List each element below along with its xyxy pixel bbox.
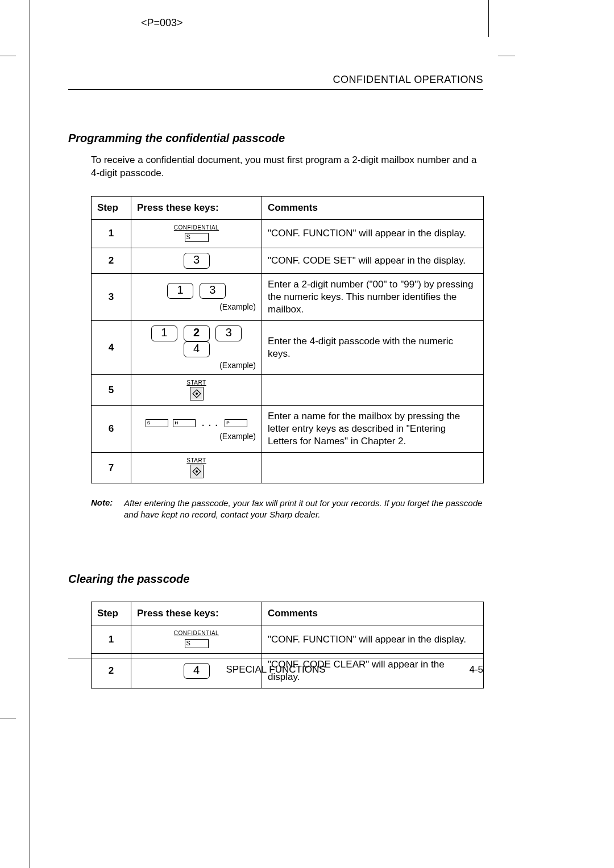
keys-cell: START <box>131 453 262 483</box>
step-number: 2 <box>92 248 131 273</box>
step-number: 7 <box>92 453 131 483</box>
numeric-key: 2 <box>184 326 210 341</box>
numeric-key: 1 <box>151 326 177 341</box>
keys-cell: 1 2 3 4 (Example) <box>131 321 262 375</box>
start-label: START <box>137 457 256 464</box>
col-keys: Press these keys: <box>131 196 262 219</box>
step-number: 6 <box>92 406 131 453</box>
example-label: (Example) <box>137 302 256 311</box>
comment-cell <box>262 375 484 406</box>
col-step: Step <box>92 602 131 625</box>
comment-cell: Enter a name for the mailbox by pressing… <box>262 406 484 453</box>
section1-table: Step Press these keys: Comments 1 CONFID… <box>91 196 484 484</box>
svg-point-3 <box>196 470 198 473</box>
crop-tick-bottom-left <box>0 719 16 719</box>
ellipsis: . . . <box>202 419 218 428</box>
letter-key: S <box>146 419 168 427</box>
numeric-key: 4 <box>184 341 210 357</box>
note-label: Note: <box>91 498 113 507</box>
step-number: 1 <box>92 219 131 248</box>
keys-cell: CONFIDENTIAL S <box>131 625 262 654</box>
comment-cell: "CONF. CODE SET" will appear in the disp… <box>262 248 484 273</box>
numeric-key: 3 <box>200 283 226 299</box>
step-number: 4 <box>92 321 131 375</box>
keys-cell: CONFIDENTIAL S <box>131 219 262 248</box>
comment-cell <box>262 453 484 483</box>
numeric-key: 3 <box>215 326 242 341</box>
note-block: Note: After entering the passcode, your … <box>91 497 483 520</box>
section2-title: Clearing the passcode <box>68 573 483 586</box>
table-row: 1 CONFIDENTIAL S "CONF. FUNCTION" will a… <box>92 625 484 654</box>
footer-center: SPECIAL FUNCTIONS <box>102 664 449 675</box>
crop-tick-right <box>498 56 515 56</box>
step-number: 5 <box>92 375 131 406</box>
col-comments: Comments <box>262 602 484 625</box>
comment-cell: "CONF. FUNCTION" will appear in the disp… <box>262 219 484 248</box>
table-row: 7 START <box>92 453 484 483</box>
section2-table: Step Press these keys: Comments 1 CONFID… <box>91 602 484 688</box>
crop-tick-top-left <box>0 56 16 56</box>
example-label: (Example) <box>137 361 256 370</box>
crop-mark-left <box>30 0 30 868</box>
table-row: 3 1 3 (Example) Enter a 2-digit number (… <box>92 273 484 320</box>
keys-cell: 1 3 (Example) <box>131 273 262 320</box>
keys-cell: START <box>131 375 262 406</box>
page-footer: SPECIAL FUNCTIONS 4-5 <box>68 658 483 675</box>
confidential-key: S <box>185 233 209 242</box>
keys-cell: 3 <box>131 248 262 273</box>
table-row: 2 3 "CONF. CODE SET" will appear in the … <box>92 248 484 273</box>
footer-page-number: 4-5 <box>449 664 483 675</box>
start-key-icon <box>190 387 204 400</box>
page-code: <P=003> <box>141 17 183 29</box>
svg-point-1 <box>196 393 198 395</box>
keys-cell: S H . . . P (Example) <box>131 406 262 453</box>
example-label: (Example) <box>137 432 256 441</box>
table-row: 1 CONFIDENTIAL S "CONF. FUNCTION" will a… <box>92 219 484 248</box>
confidential-label: CONFIDENTIAL <box>137 224 256 231</box>
table-row: 4 1 2 3 4 (Example) Enter the 4-digit pa… <box>92 321 484 375</box>
col-keys: Press these keys: <box>131 602 262 625</box>
comment-cell: Enter the 4-digit passcode with the nume… <box>262 321 484 375</box>
numeric-key: 3 <box>184 253 210 269</box>
confidential-label: CONFIDENTIAL <box>137 630 256 636</box>
col-step: Step <box>92 196 131 219</box>
start-key-icon <box>190 465 204 478</box>
note-body: After entering the passcode, your fax wi… <box>124 498 483 521</box>
section1-intro: To receive a confidential document, you … <box>91 154 483 180</box>
table-row: 5 START <box>92 375 484 406</box>
section1-title: Programming the confidential passcode <box>68 132 483 145</box>
numeric-key: 1 <box>167 283 193 299</box>
col-comments: Comments <box>262 196 484 219</box>
running-header: CONFIDENTIAL OPERATIONS <box>68 74 483 90</box>
confidential-key: S <box>185 639 209 648</box>
crop-mark-right <box>488 0 489 37</box>
letter-key: H <box>173 419 196 427</box>
start-label: START <box>137 379 256 386</box>
table-row: 6 S H . . . P (Example) Enter a name for… <box>92 406 484 453</box>
letter-key: P <box>225 419 247 427</box>
comment-cell: Enter a 2-digit number ("00" to "99") by… <box>262 273 484 320</box>
comment-cell: "CONF. FUNCTION" will appear in the disp… <box>262 625 484 654</box>
step-number: 3 <box>92 273 131 320</box>
step-number: 1 <box>92 625 131 654</box>
